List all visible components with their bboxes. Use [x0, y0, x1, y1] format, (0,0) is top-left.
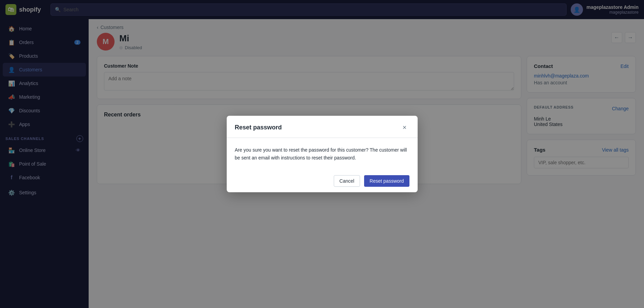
- modal-body: Are you sure you want to reset the passw…: [227, 138, 418, 170]
- modal-header: Reset password ×: [227, 116, 418, 138]
- modal-overlay[interactable]: Reset password × Are you sure you want t…: [0, 0, 644, 308]
- reset-password-button[interactable]: Reset password: [364, 175, 409, 187]
- reset-password-modal: Reset password × Are you sure you want t…: [227, 116, 418, 192]
- modal-title: Reset password: [235, 124, 282, 131]
- cancel-button[interactable]: Cancel: [334, 175, 360, 187]
- modal-close-button[interactable]: ×: [400, 123, 409, 132]
- modal-body-text: Are you sure you want to reset the passw…: [235, 146, 409, 162]
- modal-footer: Cancel Reset password: [227, 170, 418, 192]
